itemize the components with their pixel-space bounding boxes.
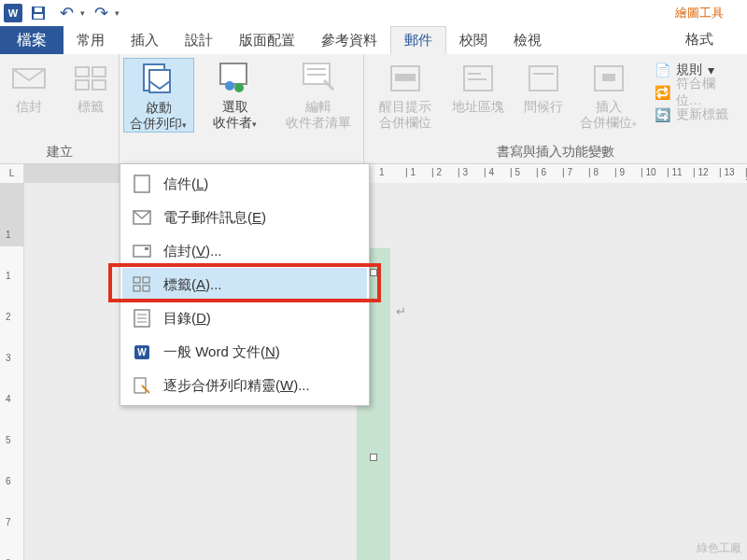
tab-review[interactable]: 校閱 (446, 26, 500, 54)
tab-layout[interactable]: 版面配置 (226, 26, 308, 54)
quick-access-toolbar: W ↶▾ ↷▾ (0, 0, 747, 26)
svg-rect-24 (602, 74, 615, 81)
highlight-icon (387, 60, 424, 97)
chevron-down-icon: ▾ (252, 119, 257, 129)
svg-rect-21 (529, 66, 557, 91)
word-doc-icon: W (132, 342, 152, 362)
start-mail-merge-menu: 信件(L) 電子郵件訊息(E) 信封(V)... 標籤(A)... 目錄(D) … (120, 163, 370, 406)
group-write-insert: 醒目提示合併欄位 地址區塊 問候行 插入合併欄位▾ 📄規則▾ 🔁符合欄位… 🔄更… (364, 54, 747, 163)
menu-item-envelopes[interactable]: 信封(V)... (122, 234, 367, 268)
svg-rect-29 (134, 277, 140, 283)
insert-field-icon (590, 60, 627, 97)
update-labels-button: 🔄更新標籤 (652, 105, 740, 125)
svg-rect-30 (143, 277, 149, 283)
group-label-write: 書寫與插入功能變數 (497, 144, 614, 163)
menu-item-wizard[interactable]: 逐步合併列印精靈(W)... (122, 369, 367, 402)
email-icon (132, 207, 152, 228)
select-recipients-button[interactable]: 選取收件者▾ (200, 58, 271, 133)
address-icon (459, 60, 497, 97)
menu-item-directory[interactable]: 目錄(D) (122, 301, 367, 335)
word-logo-icon: W (4, 4, 22, 22)
start-merge-icon (140, 61, 177, 98)
horizontal-ruler-row: L 1| 1| 2| 3| 4| 5| 6| 7| 8| 9| 10| 11| … (0, 164, 747, 183)
svg-point-12 (234, 83, 244, 92)
svg-rect-5 (92, 67, 106, 77)
svg-rect-17 (395, 74, 416, 81)
svg-rect-32 (143, 286, 149, 291)
labels-icon (132, 274, 152, 295)
edit-list-icon (300, 60, 337, 97)
insert-merge-field-button: 插入合併欄位▾ (575, 58, 642, 131)
qat-customize-icon[interactable]: ▾ (115, 8, 120, 18)
svg-rect-2 (35, 7, 42, 12)
undo-button[interactable]: ↶ (54, 2, 78, 24)
rules-icon: 📄 (655, 63, 670, 77)
labels-icon (72, 60, 109, 97)
svg-rect-31 (134, 286, 140, 291)
tab-insert[interactable]: 插入 (118, 26, 172, 54)
tab-design[interactable]: 設計 (172, 26, 226, 54)
highlight-merge-fields-button: 醒目提示合併欄位 (372, 58, 439, 131)
svg-point-11 (225, 81, 234, 91)
svg-rect-37 (134, 378, 146, 393)
svg-rect-6 (76, 80, 89, 90)
group-label-create: 建立 (47, 144, 73, 163)
svg-rect-7 (92, 80, 106, 90)
greeting-line-button: 問候行 (516, 58, 570, 131)
chevron-down-icon: ▾ (632, 119, 637, 129)
match-icon: 🔁 (655, 85, 670, 100)
vertical-ruler[interactable]: 112345678 (0, 183, 24, 560)
ruler-corner: L (0, 164, 24, 183)
ribbon: 信封 標籤 建立 啟動合併列印▾ 選取收件者▾ (0, 54, 747, 164)
directory-icon (132, 308, 152, 329)
tab-references[interactable]: 參考資料 (308, 26, 390, 54)
contextual-tab-group: 繪圖工具 格式 (657, 0, 741, 52)
match-fields-button: 🔁符合欄位… (652, 82, 740, 103)
group-start-merge: 啟動合併列印▾ 選取收件者▾ 編輯收件者清單 (120, 54, 364, 163)
recipients-icon (217, 60, 254, 97)
contextual-header: 繪圖工具 (675, 0, 724, 26)
svg-rect-25 (134, 175, 149, 192)
tab-home[interactable]: 常用 (63, 26, 118, 54)
greeting-icon (525, 60, 562, 97)
svg-rect-4 (76, 67, 89, 77)
wizard-icon (132, 375, 152, 396)
start-mail-merge-button[interactable]: 啟動合併列印▾ (123, 58, 194, 133)
chevron-down-icon: ▾ (182, 120, 187, 130)
ribbon-tabstrip: 檔案 常用 插入 設計 版面配置 參考資料 郵件 校閱 檢視 繪圖工具 格式 (0, 26, 747, 54)
redo-button[interactable]: ↷ (89, 2, 113, 24)
menu-item-letters[interactable]: 信件(L) (122, 167, 367, 201)
menu-item-labels[interactable]: 標籤(A)... (122, 268, 367, 301)
tab-format[interactable]: 格式 (685, 26, 713, 52)
update-icon: 🔄 (655, 107, 670, 122)
edit-recipients-button: 編輯收件者清單 (276, 58, 360, 133)
undo-dropdown-icon[interactable]: ▾ (80, 8, 85, 18)
resize-handle[interactable] (370, 269, 377, 276)
save-button[interactable] (26, 2, 50, 24)
envelope-icon (132, 241, 152, 261)
menu-item-normal-document[interactable]: W 一般 Word 文件(N) (122, 335, 367, 369)
envelope-icon (10, 60, 48, 97)
svg-rect-10 (220, 63, 247, 84)
labels-button: 標籤 (63, 58, 119, 115)
paragraph-mark-icon: ↵ (396, 304, 406, 318)
envelopes-button: 信封 (1, 58, 57, 115)
document-area: 112345678 ↵ (0, 183, 747, 560)
tab-mailings[interactable]: 郵件 (390, 26, 446, 54)
address-block-button: 地址區塊 (444, 58, 512, 131)
menu-item-email[interactable]: 電子郵件訊息(E) (122, 201, 367, 234)
tab-view[interactable]: 檢視 (500, 26, 555, 54)
svg-rect-28 (145, 247, 148, 250)
tab-file[interactable]: 檔案 (0, 26, 63, 54)
resize-handle[interactable] (370, 454, 377, 461)
watermark: 綠色工廠 (697, 540, 741, 556)
letter-icon (132, 174, 152, 194)
svg-rect-27 (134, 245, 150, 257)
svg-rect-1 (34, 14, 43, 19)
group-create: 信封 標籤 建立 (0, 54, 120, 163)
